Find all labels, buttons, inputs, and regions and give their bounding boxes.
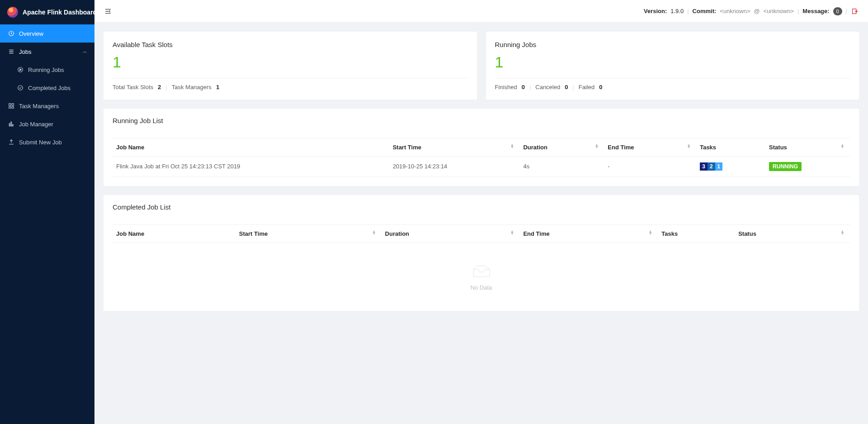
sort-icon[interactable]: ▲▼: [372, 230, 376, 235]
status-badge: RUNNING: [769, 162, 802, 171]
completed-jobs-table: Job Name Start Time▲▼ Duration▲▼ End Tim…: [113, 224, 850, 243]
sidebar-item-completed-jobs[interactable]: Completed Jobs: [0, 79, 94, 97]
chevron-up-icon: ︿: [83, 48, 87, 55]
sidebar-item-label: Completed Jobs: [28, 85, 71, 91]
upload-icon: [8, 139, 14, 145]
table-row[interactable]: Flink Java Job at Fri Oct 25 14:23:13 CS…: [113, 156, 850, 176]
card-title: Available Task Slots: [113, 41, 468, 48]
sidebar-item-submit[interactable]: Submit New Job: [0, 133, 94, 151]
failed-value: 0: [599, 84, 602, 91]
sidebar-item-label: Job Manager: [19, 121, 53, 128]
cell-duration: 4s: [519, 156, 604, 176]
content-area: Available Task Slots 1 Total Task Slots …: [94, 23, 868, 424]
col-status[interactable]: Status▲▼: [735, 224, 850, 243]
flink-logo-icon: [7, 7, 18, 18]
completed-job-list-section: Completed Job List Job Name Start Time▲▼…: [104, 195, 859, 311]
finished-label: Finished: [495, 84, 517, 91]
card-available-slots: Available Task Slots 1 Total Task Slots …: [104, 32, 477, 100]
svg-rect-9: [9, 106, 11, 108]
cell-end-time: -: [604, 156, 696, 176]
col-duration[interactable]: Duration▲▼: [382, 224, 520, 243]
dashboard-icon: [8, 30, 14, 37]
version-value: 1.9.0: [670, 8, 684, 14]
col-status[interactable]: Status▲▼: [765, 138, 850, 156]
empty-text: No Data: [104, 284, 859, 291]
sidebar-item-label: Jobs: [19, 48, 31, 55]
sort-icon[interactable]: ▲▼: [840, 144, 844, 148]
check-circle-icon: [17, 85, 24, 91]
svg-point-6: [18, 86, 23, 91]
sort-icon[interactable]: ▲▼: [840, 230, 844, 235]
sort-icon[interactable]: ▲▼: [510, 230, 514, 235]
bars-icon: [8, 121, 14, 127]
section-title: Completed Job List: [104, 195, 859, 224]
col-job-name[interactable]: Job Name: [113, 138, 389, 156]
cell-start-time: 2019-10-25 14:23:14: [389, 156, 520, 176]
sidebar-collapse-button[interactable]: [104, 7, 113, 16]
sort-icon[interactable]: ▲▼: [648, 230, 652, 235]
task-badge: 3: [700, 162, 708, 171]
task-managers-label: Task Managers: [172, 84, 212, 91]
sidebar-item-label: Running Jobs: [28, 67, 64, 73]
cell-job-name: Flink Java Job at Fri Oct 25 14:23:13 CS…: [113, 156, 389, 176]
svg-rect-8: [12, 104, 14, 105]
canceled-value: 0: [565, 84, 568, 91]
empty-state: No Data: [104, 250, 859, 309]
svg-rect-13: [12, 124, 13, 126]
sidebar-item-job-manager[interactable]: Job Manager: [0, 115, 94, 133]
col-start-time[interactable]: Start Time▲▼: [389, 138, 520, 156]
col-tasks[interactable]: Tasks: [696, 138, 765, 156]
running-jobs-table: Job Name Start Time▲▼ Duration▲▼ End Tim…: [113, 138, 850, 177]
col-end-time[interactable]: End Time▲▼: [519, 224, 658, 243]
brand: Apache Flink Dashboard: [0, 0, 94, 24]
list-icon: [8, 48, 14, 55]
svg-rect-12: [11, 122, 12, 126]
svg-rect-7: [9, 104, 11, 105]
col-duration[interactable]: Duration▲▼: [519, 138, 604, 156]
play-circle-icon: [17, 67, 24, 73]
total-slots-label: Total Task Slots: [113, 84, 153, 91]
topbar: Version: 1.9.0 | Commit: <unknown> @ <un…: [94, 0, 868, 23]
total-slots-value: 2: [158, 84, 161, 91]
cell-tasks: 3 2 1: [696, 156, 765, 176]
col-job-name[interactable]: Job Name: [113, 224, 236, 243]
empty-box-icon: [471, 264, 492, 279]
message-count-badge[interactable]: 0: [833, 7, 842, 15]
col-start-time[interactable]: Start Time▲▼: [236, 224, 382, 243]
sort-icon[interactable]: ▲▼: [687, 144, 691, 148]
sidebar: Apache Flink Dashboard Overview Jobs ︿ R…: [0, 0, 94, 424]
svg-marker-5: [20, 69, 22, 71]
sidebar-item-jobs[interactable]: Jobs ︿: [0, 43, 94, 61]
canceled-label: Canceled: [535, 84, 560, 91]
commit-time: <unknown>: [764, 8, 794, 14]
commit-hash: <unknown>: [720, 8, 750, 14]
version-label: Version:: [644, 8, 667, 14]
cell-status: RUNNING: [765, 156, 850, 176]
nav-menu: Overview Jobs ︿ Running Jobs Completed J…: [0, 24, 94, 151]
card-title: Running Jobs: [495, 41, 850, 48]
grid-icon: [8, 103, 14, 109]
finished-value: 0: [522, 84, 525, 91]
message-label: Message:: [802, 8, 829, 14]
sidebar-item-running-jobs[interactable]: Running Jobs: [0, 61, 94, 79]
task-badge: 2: [708, 162, 715, 171]
col-tasks[interactable]: Tasks: [658, 224, 735, 243]
task-badge: 1: [715, 162, 723, 171]
failed-label: Failed: [579, 84, 594, 91]
topbar-info: Version: 1.9.0 | Commit: <unknown> @ <un…: [644, 7, 859, 15]
card-running-jobs: Running Jobs 1 Finished 0 | Canceled 0 |…: [486, 32, 859, 100]
section-title: Running Job List: [104, 109, 859, 138]
available-slots-value: 1: [113, 53, 468, 78]
sidebar-item-task-managers[interactable]: Task Managers: [0, 97, 94, 115]
main-region: Version: 1.9.0 | Commit: <unknown> @ <un…: [94, 0, 868, 424]
running-job-list-section: Running Job List Job Name Start Time▲▼ D…: [104, 109, 859, 186]
logout-button[interactable]: [851, 7, 859, 15]
col-end-time[interactable]: End Time▲▼: [604, 138, 696, 156]
sidebar-item-overview[interactable]: Overview: [0, 24, 94, 43]
sidebar-item-label: Task Managers: [19, 103, 59, 110]
sidebar-item-label: Overview: [19, 30, 43, 37]
sort-icon[interactable]: ▲▼: [594, 144, 599, 148]
sidebar-item-label: Submit New Job: [19, 139, 62, 146]
brand-title: Apache Flink Dashboard: [23, 9, 97, 16]
sort-icon[interactable]: ▲▼: [510, 144, 514, 148]
